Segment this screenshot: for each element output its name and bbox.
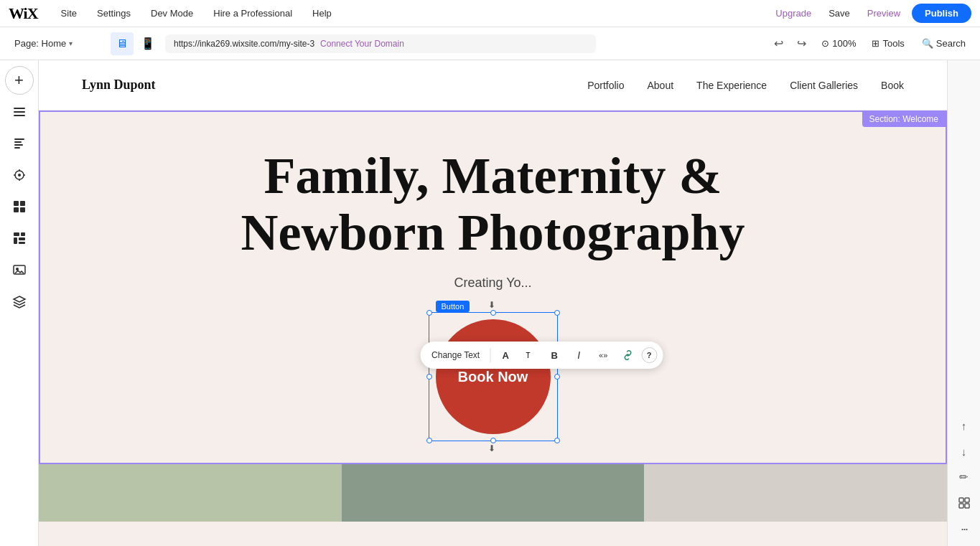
left-sidebar: + — [0, 60, 39, 546]
main-layout: + Lynn Dupont Portfolio — [0, 60, 980, 546]
canvas-area: Lynn Dupont Portfolio About The Experien… — [39, 60, 947, 546]
add-element-button[interactable]: + — [5, 66, 34, 95]
search-icon: 🔍 — [922, 38, 933, 49]
resize-icon-bottom: ⬇ — [488, 443, 495, 453]
right-sidebar: ↑ ↓ ✏ ··· — [947, 60, 980, 546]
site-nav-experience[interactable]: The Experience — [696, 80, 767, 91]
nav-site[interactable]: Site — [51, 0, 87, 27]
nav-help[interactable]: Help — [302, 0, 342, 27]
save-button[interactable]: Save — [823, 8, 856, 19]
svg-rect-3 — [14, 138, 24, 140]
sidebar-item-design[interactable] — [5, 161, 34, 189]
link-icon[interactable] — [617, 344, 638, 366]
svg-rect-11 — [14, 207, 19, 212]
search-label: Search — [936, 38, 966, 49]
site-nav-galleries[interactable]: Client Galleries — [790, 80, 858, 91]
upgrade-button[interactable]: Upgrade — [770, 8, 817, 19]
sidebar-item-apps[interactable] — [5, 192, 34, 221]
nav-hire[interactable]: Hire a Professional — [203, 0, 302, 27]
site-navigation: Portfolio About The Experience Client Ga… — [587, 80, 904, 91]
svg-rect-10 — [20, 201, 25, 206]
svg-rect-12 — [20, 207, 25, 212]
edit-button[interactable]: ✏ — [953, 466, 976, 489]
zoom-value: 100% — [832, 38, 856, 49]
tools-grid-icon: ⊞ — [872, 38, 879, 49]
svg-rect-24 — [965, 504, 969, 508]
desktop-icon[interactable]: 🖥 — [111, 32, 134, 55]
svg-rect-22 — [965, 498, 969, 502]
svg-rect-21 — [959, 498, 963, 502]
handle-br[interactable] — [554, 438, 560, 443]
tools-button[interactable]: ⊞ Tools — [866, 35, 910, 52]
nav-devmode[interactable]: Dev Mode — [141, 0, 203, 27]
scroll-down-button[interactable]: ↓ — [953, 440, 976, 463]
font-size-icon[interactable]: A — [495, 344, 516, 366]
site-nav-book[interactable]: Book — [881, 80, 904, 91]
zoom-selector[interactable]: ⊙ 100% — [817, 35, 860, 52]
svg-rect-14 — [21, 232, 25, 236]
mobile-icon[interactable]: 📱 — [136, 32, 159, 55]
svg-rect-16 — [19, 237, 25, 240]
site-nav-about[interactable]: About — [647, 80, 673, 91]
scroll-up-button[interactable]: ↑ — [953, 414, 976, 437]
hero-subtitle[interactable]: Creating Yo... — [454, 276, 531, 291]
zoom-circle-icon: ⊙ — [821, 38, 829, 49]
top-bar: WiX Site Settings Dev Mode Hire a Profes… — [0, 0, 980, 27]
double-chevron-icon[interactable]: «» — [592, 344, 614, 366]
svg-rect-1 — [14, 111, 25, 113]
publish-button[interactable]: Publish — [912, 4, 971, 23]
redo-button[interactable]: ↪ — [791, 34, 811, 54]
bottom-images-row — [39, 464, 947, 522]
book-now-button[interactable]: Book Now — [436, 319, 551, 434]
svg-rect-9 — [14, 201, 19, 206]
more-options-button[interactable]: ··· — [953, 517, 976, 540]
sidebar-item-content[interactable] — [5, 129, 34, 158]
hero-section: Section: Welcome Family, Maternity & New… — [39, 110, 947, 464]
handle-tl[interactable] — [426, 310, 432, 316]
sidebar-item-layers[interactable] — [5, 287, 34, 316]
handle-tm[interactable] — [490, 310, 496, 316]
svg-rect-17 — [19, 242, 25, 244]
undo-button[interactable]: ↩ — [768, 34, 788, 54]
section-label: Section: Welcome — [862, 111, 946, 127]
site-nav-portfolio[interactable]: Portfolio — [587, 80, 624, 91]
top-bar-actions: Upgrade Save Preview Publish — [770, 4, 971, 23]
handle-tr[interactable] — [554, 310, 560, 316]
handle-bm[interactable] — [490, 438, 496, 443]
grid-layout-button[interactable] — [953, 491, 976, 514]
page-selector[interactable]: Page: Home ▾ — [9, 35, 102, 52]
handle-bl[interactable] — [426, 438, 432, 443]
bottom-image-3 — [644, 464, 947, 522]
sidebar-item-media[interactable] — [5, 255, 34, 284]
context-toolbar: Change Text A T B I «» ? — [420, 342, 663, 369]
connect-domain-link[interactable]: Connect Your Domain — [320, 39, 404, 49]
help-icon[interactable]: ? — [641, 347, 657, 363]
page-label: Page: Home — [14, 38, 66, 49]
preview-button[interactable]: Preview — [862, 8, 906, 19]
sidebar-item-pages[interactable] — [5, 98, 34, 126]
svg-rect-15 — [14, 237, 17, 244]
site-logo: Lynn Dupont — [82, 77, 156, 93]
svg-rect-23 — [959, 504, 963, 508]
bold-icon[interactable]: B — [543, 344, 565, 366]
tools-label: Tools — [882, 38, 904, 49]
sidebar-item-widgets[interactable] — [5, 224, 34, 253]
wix-logo: WiX — [9, 4, 38, 23]
hero-title[interactable]: Family, Maternity & Newborn Photography — [241, 148, 745, 261]
top-nav: Site Settings Dev Mode Hire a Profession… — [51, 0, 770, 27]
text-style-icon[interactable]: T — [519, 344, 541, 366]
search-button[interactable]: 🔍 Search — [916, 35, 971, 52]
handle-ml[interactable] — [426, 374, 432, 380]
svg-point-8 — [18, 174, 21, 176]
toolbar-divider — [490, 348, 490, 362]
svg-rect-2 — [14, 115, 25, 116]
device-icons: 🖥 📱 — [111, 32, 159, 55]
bottom-image-1 — [39, 464, 342, 522]
svg-rect-5 — [14, 144, 23, 146]
italic-icon[interactable]: I — [568, 344, 589, 366]
url-text: https://inka269.wixsite.com/my-site-3 — [174, 39, 314, 49]
nav-settings[interactable]: Settings — [87, 0, 141, 27]
svg-text:T: T — [526, 352, 530, 359]
handle-mr[interactable] — [554, 374, 560, 380]
site-header: Lynn Dupont Portfolio About The Experien… — [39, 60, 947, 110]
